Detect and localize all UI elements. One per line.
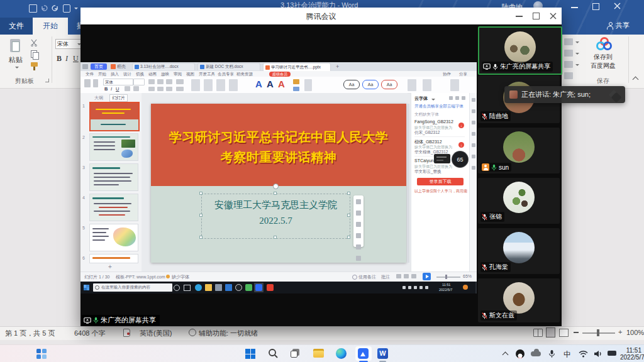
wps-style-A3[interactable]: A bbox=[278, 79, 285, 89]
word-count[interactable]: 6408 个字 bbox=[74, 329, 106, 338]
wps-align-center-icon[interactable] bbox=[157, 87, 164, 91]
ribbon-caret-icon[interactable] bbox=[575, 53, 579, 57]
wps-shape-icon[interactable] bbox=[191, 79, 200, 91]
wps-font-size-box[interactable] bbox=[133, 79, 145, 85]
textbox-handle[interactable] bbox=[274, 192, 277, 195]
participant-tile-screen-share[interactable]: 朱广亮的屏幕共享 bbox=[478, 26, 562, 75]
tab-file[interactable]: 文件 bbox=[0, 18, 33, 35]
edge-icon[interactable] bbox=[336, 348, 347, 359]
wps-style-A2[interactable]: A bbox=[267, 79, 274, 89]
wps-zoom-thumb[interactable] bbox=[445, 275, 447, 279]
wps-tab-doc1[interactable]: 3.13社会治理….docx bbox=[132, 63, 195, 70]
wps-marks[interactable]: 批注 bbox=[381, 274, 390, 280]
float-tool-icon[interactable] bbox=[356, 222, 361, 227]
zoom-out-button[interactable] bbox=[574, 332, 579, 333]
format-painter-icon[interactable] bbox=[31, 62, 38, 67]
wps-notes-toggle[interactable]: 使用备注 bbox=[358, 274, 376, 280]
tray-expand-icon[interactable] bbox=[502, 352, 509, 358]
task-view-icon[interactable] bbox=[291, 349, 300, 358]
ribbon-icon[interactable] bbox=[564, 38, 573, 45]
italic-button[interactable]: I bbox=[65, 54, 68, 63]
shared-start-icon[interactable] bbox=[84, 285, 89, 290]
fonts-download-button[interactable]: 登录后下载 bbox=[417, 178, 464, 185]
shared-meeting-icon-active[interactable] bbox=[254, 283, 264, 292]
shared-app-icon[interactable] bbox=[267, 284, 274, 291]
textbox-rotate-handle[interactable] bbox=[273, 184, 279, 189]
word-minimize-button[interactable] bbox=[571, 7, 578, 8]
participant-tile[interactable]: 张锦 bbox=[478, 178, 560, 224]
float-tool-icon[interactable] bbox=[356, 211, 361, 216]
wps-paste-icon[interactable] bbox=[84, 79, 91, 87]
view-reading-icon[interactable] bbox=[411, 274, 416, 278]
panel-tab-outline[interactable]: 大纲 bbox=[94, 95, 103, 101]
page-indicator[interactable]: 第 1 页，共 5 页 bbox=[5, 329, 55, 338]
participant-tile[interactable]: 孔海棠 bbox=[478, 228, 560, 274]
wps-zoom-track[interactable] bbox=[436, 277, 460, 278]
shared-search-box[interactable]: 在这里输入你要搜索的内容 bbox=[93, 283, 172, 292]
strip-icon[interactable] bbox=[472, 109, 475, 113]
undo-icon[interactable] bbox=[40, 4, 48, 12]
wps-text-color-icon[interactable] bbox=[293, 79, 299, 84]
wps-highlight-icon[interactable] bbox=[293, 87, 299, 91]
wps-new-tab-button[interactable]: + bbox=[336, 64, 341, 69]
word-maximize-button[interactable] bbox=[592, 3, 599, 10]
word-app-icon[interactable]: W bbox=[377, 348, 388, 359]
strip-icon[interactable] bbox=[472, 143, 475, 147]
start-button[interactable] bbox=[245, 349, 255, 359]
tab-home[interactable]: 开始 bbox=[33, 18, 68, 35]
tray-icon[interactable] bbox=[425, 286, 428, 289]
word-close-button[interactable] bbox=[614, 3, 621, 9]
textbox-handle[interactable] bbox=[199, 214, 203, 217]
wps-zoom-percent[interactable]: 65% bbox=[463, 274, 472, 278]
language-indicator[interactable]: 英语(美国) bbox=[140, 329, 172, 338]
wps-table-icon[interactable] bbox=[229, 79, 238, 91]
wps-indent-icon[interactable] bbox=[166, 79, 172, 84]
file-explorer-icon[interactable] bbox=[313, 349, 324, 358]
strip-icon[interactable] bbox=[472, 166, 475, 170]
strip-icon[interactable] bbox=[472, 155, 475, 158]
wps-outline-preset-1[interactable]: Aa bbox=[343, 80, 360, 89]
add-slide-button[interactable]: + bbox=[108, 263, 112, 270]
shared-app-icon[interactable] bbox=[195, 284, 202, 291]
cut-icon[interactable] bbox=[30, 39, 38, 47]
wps-bold-button[interactable]: B bbox=[104, 86, 108, 92]
textbox-handle[interactable] bbox=[199, 236, 203, 239]
share-button[interactable]: 共享 bbox=[607, 21, 630, 30]
shared-notification-icon[interactable] bbox=[463, 285, 468, 290]
panel-tab-slides[interactable]: 幻灯片 bbox=[109, 94, 128, 102]
canvas-scrollbar[interactable] bbox=[407, 104, 409, 263]
wps-outline-preset-2[interactable]: Aa bbox=[362, 80, 379, 89]
ribbon-caret-icon[interactable] bbox=[575, 41, 579, 45]
save-icon[interactable] bbox=[29, 4, 37, 13]
wps-missing-fonts[interactable]: 缺少字体 bbox=[172, 274, 189, 280]
speaker-icon[interactable] bbox=[594, 350, 602, 358]
wps-tab-doc2[interactable]: 新建 DOC 文档.docx bbox=[197, 63, 260, 70]
slide-thumbnail-1[interactable] bbox=[89, 102, 140, 131]
zoom-slider-thumb[interactable] bbox=[597, 329, 599, 336]
meeting-minimize-button[interactable] bbox=[516, 16, 523, 17]
wps-media-icon[interactable] bbox=[450, 79, 459, 91]
wps-underline-button[interactable]: U bbox=[116, 86, 119, 92]
textbox-handle[interactable] bbox=[347, 236, 350, 239]
wps-font-select[interactable]: 宋体 bbox=[103, 79, 133, 85]
wps-columns-icon[interactable] bbox=[176, 79, 184, 84]
read-mode-icon[interactable] bbox=[533, 329, 543, 337]
ribbon-icon[interactable] bbox=[564, 72, 573, 79]
wps-outline-preset-3[interactable]: Aa bbox=[381, 80, 397, 89]
underline-button[interactable]: U bbox=[73, 54, 79, 63]
shared-app-icon[interactable] bbox=[225, 284, 232, 291]
wps-italic-button[interactable]: I bbox=[111, 86, 112, 92]
ime-indicator[interactable]: 中 bbox=[564, 349, 571, 360]
strip-icon[interactable] bbox=[472, 98, 475, 102]
font-download-icon[interactable]: ↓ bbox=[458, 142, 464, 148]
strip-icon[interactable] bbox=[472, 132, 475, 136]
task-view-icon[interactable] bbox=[184, 285, 191, 291]
shared-app-icon[interactable] bbox=[235, 284, 242, 291]
wps-align-right-icon[interactable] bbox=[166, 87, 172, 91]
view-normal-icon[interactable] bbox=[396, 274, 401, 278]
quick-access-caret-icon[interactable] bbox=[74, 8, 78, 11]
textbox-handle[interactable] bbox=[347, 192, 350, 195]
float-tool-icon[interactable] bbox=[356, 199, 361, 204]
participant-tile[interactable]: 斯文在兹 bbox=[478, 278, 560, 322]
paste-button[interactable]: 粘贴 bbox=[5, 38, 26, 74]
